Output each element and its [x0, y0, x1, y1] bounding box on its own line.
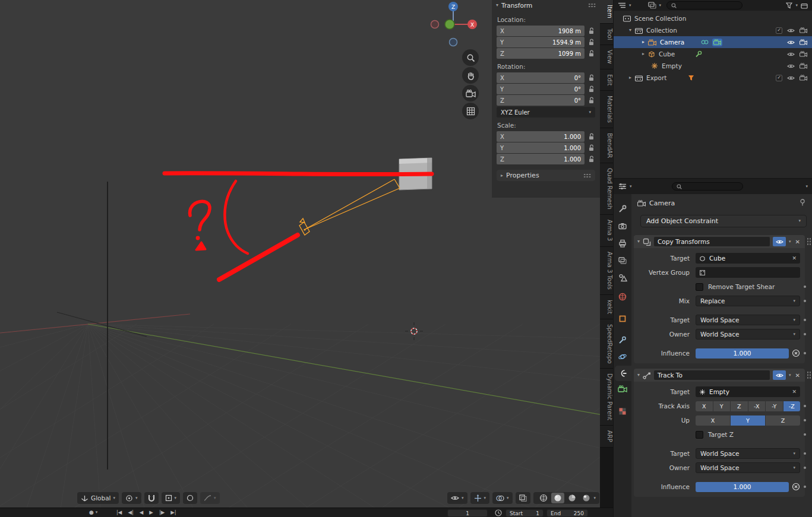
owner-space-dropdown[interactable]: World Space▾ [696, 462, 800, 473]
panel-grip-icon[interactable] [588, 3, 596, 8]
snap-settings-dropdown[interactable]: ▾ [162, 492, 181, 504]
tab-blendar[interactable]: BlendAR [600, 128, 613, 163]
overlays-dropdown[interactable]: ▾ [492, 492, 513, 504]
scene-tab-icon[interactable] [618, 273, 627, 283]
chevron-down-icon[interactable]: ▾ [795, 4, 798, 8]
tab-arma-3-tools[interactable]: Arma 3 Tools [600, 247, 613, 295]
animate-dot[interactable] [804, 319, 806, 321]
constraint-enable-toggle[interactable] [773, 370, 786, 380]
lock-rotation-x-icon[interactable] [588, 74, 595, 81]
copy-transforms-header[interactable]: ▾ Copy Transforms ▾ ✕ [634, 235, 805, 248]
frame-start-field[interactable]: Start1 [505, 509, 544, 517]
target-object-field[interactable]: Empty ✕ [696, 386, 800, 397]
disable-render-camera-icon[interactable] [800, 75, 807, 81]
animate-dot[interactable] [804, 433, 806, 436]
play-reverse-button[interactable]: ◀ [140, 509, 144, 515]
tab-materials[interactable]: Materials [600, 91, 613, 128]
viewport-nav-gizmo[interactable]: Z X [428, 0, 481, 50]
outliner-row-empty[interactable]: Empty [614, 60, 812, 72]
tab-item[interactable]: Item [600, 0, 613, 24]
disable-render-camera-icon[interactable] [800, 51, 807, 57]
lock-location-z-icon[interactable] [588, 50, 595, 57]
animate-dot[interactable] [804, 452, 806, 455]
animate-dot[interactable] [804, 300, 806, 302]
hide-eye-icon[interactable] [787, 28, 795, 33]
frame-end-field[interactable]: End250 [546, 509, 588, 517]
chevron-down-icon[interactable]: ▾ [629, 4, 631, 8]
constraint-delete-button[interactable]: ✕ [794, 239, 801, 245]
move-view-button[interactable] [462, 67, 479, 84]
proportional-editing-toggle[interactable] [183, 492, 197, 504]
track-axis-neg-x[interactable]: -X [748, 401, 766, 411]
location-x-field[interactable]: X1908 m [497, 26, 584, 36]
outliner-row-scene-collection[interactable]: Scene Collection [614, 12, 812, 24]
target-space-dropdown[interactable]: World Space▾ [696, 448, 800, 459]
lock-rotation-y-icon[interactable] [588, 85, 595, 93]
clear-target-icon[interactable]: ✕ [792, 389, 797, 395]
animate-dot[interactable] [804, 419, 806, 421]
proportional-falloff-dropdown[interactable]: ▾ [200, 492, 220, 504]
output-tab-icon[interactable] [618, 239, 627, 248]
tab-view[interactable]: View [600, 45, 613, 69]
outliner-editor-type-icon[interactable] [618, 2, 626, 9]
hide-eye-icon[interactable] [787, 75, 795, 81]
tool-tab-icon[interactable] [618, 204, 627, 214]
gizmo-y-ball[interactable] [445, 20, 454, 29]
pivot-point-dropdown[interactable]: ▾ [122, 492, 141, 504]
constraint-drag-handle[interactable] [807, 237, 811, 246]
outliner-row-cube[interactable]: ▸ Cube [614, 48, 812, 60]
up-axis-x[interactable]: X [696, 415, 730, 426]
constraint-tab-icon[interactable] [618, 369, 627, 378]
track-axis-x[interactable]: X [696, 401, 713, 411]
lock-scale-x-icon[interactable] [588, 133, 595, 140]
filter-funnel-icon[interactable] [786, 2, 792, 9]
collection-exclude-checkbox[interactable]: ✓ [776, 75, 782, 81]
transform-orientation-dropdown[interactable]: Global ▾ [77, 492, 119, 504]
location-z-field[interactable]: Z1099 m [497, 48, 584, 59]
pin-icon[interactable] [800, 199, 805, 206]
lock-scale-z-icon[interactable] [588, 156, 595, 163]
properties-subpanel-header[interactable]: ▸ Properties [497, 170, 595, 181]
expand-triangle-icon[interactable]: ▸ [629, 75, 631, 80]
render-tab-icon[interactable] [618, 221, 627, 231]
mix-dropdown[interactable]: Replace▾ [696, 296, 800, 306]
modifier-tab-icon[interactable] [618, 335, 627, 345]
rotation-x-field[interactable]: X0° [497, 72, 584, 83]
location-y-field[interactable]: Y1594.9 m [497, 37, 584, 47]
tab-speedretopo[interactable]: SpeedRetopo [600, 319, 613, 369]
influence-slider[interactable]: 1.000 [696, 348, 789, 359]
scale-z-field[interactable]: Z1.000 [497, 154, 584, 164]
hide-eye-icon[interactable] [787, 40, 795, 45]
rotation-y-field[interactable]: Y0° [497, 84, 584, 94]
constraint-name-field[interactable]: Copy Transforms [654, 237, 770, 246]
collection-exclude-checkbox[interactable]: ✓ [776, 27, 782, 34]
outliner-row-export[interactable]: ▸ Export ✓ [614, 72, 812, 84]
tab-tool[interactable]: Tool [600, 24, 613, 45]
view-layer-tab-icon[interactable] [618, 256, 627, 265]
material-shading-button[interactable] [565, 493, 579, 503]
gizmo-neg-x-ball[interactable] [431, 21, 439, 28]
expand-triangle-icon[interactable]: ▸ [642, 40, 644, 45]
owner-space-dropdown[interactable]: World Space▾ [696, 329, 800, 340]
next-keyframe-button[interactable]: |▶ [159, 509, 165, 515]
collapse-chevron-icon[interactable]: ▾ [637, 373, 640, 378]
zoom-button[interactable] [462, 49, 479, 66]
jump-to-start-button[interactable]: |◀ [116, 509, 122, 515]
collapse-chevron-icon[interactable]: ▾ [637, 239, 640, 244]
xray-toggle[interactable] [516, 492, 530, 504]
transform-panel-header[interactable]: ▾ Transform [492, 0, 600, 11]
tab-edit[interactable]: Edit [600, 69, 613, 91]
object-visibility-dropdown[interactable]: ▾ [447, 492, 467, 504]
constraint-drag-handle[interactable] [807, 371, 811, 379]
chevron-down-icon[interactable]: ▾ [659, 4, 662, 8]
camera-view-button[interactable] [462, 85, 479, 102]
display-mode-icon[interactable] [648, 2, 656, 9]
clear-animation-icon[interactable] [792, 349, 800, 357]
scale-y-field[interactable]: Y1.000 [497, 142, 584, 153]
target-object-field[interactable]: Cube ✕ [696, 253, 800, 264]
clear-target-icon[interactable]: ✕ [792, 255, 797, 261]
show-gizmo-dropdown[interactable]: ▾ [470, 492, 490, 504]
constraint-extras-chevron-icon[interactable]: ▾ [789, 240, 791, 244]
outliner-row-camera[interactable]: ▸ Camera [614, 36, 812, 48]
constraint-extras-chevron-icon[interactable]: ▾ [789, 373, 791, 378]
